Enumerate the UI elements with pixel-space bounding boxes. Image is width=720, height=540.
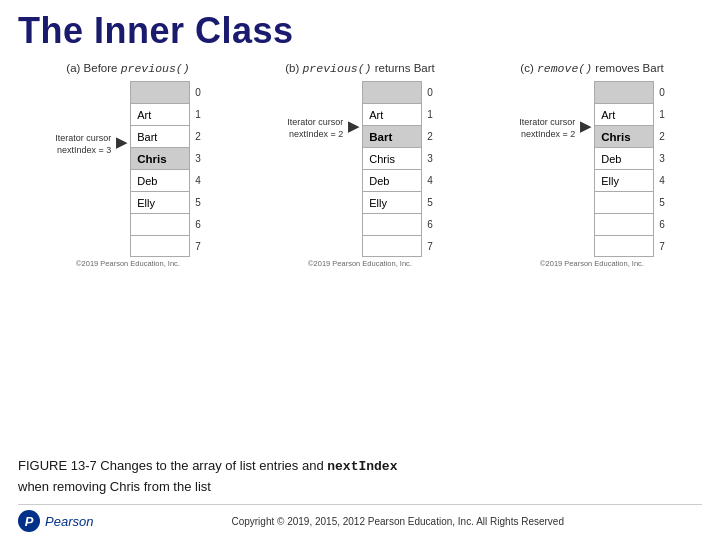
diagram-c-inner: Iterator cursor nextIndex = 2 ▶ Art Chri… xyxy=(482,81,702,257)
list-item: Deb xyxy=(362,169,422,191)
list-item: Art xyxy=(362,103,422,125)
diagram-b: (b) previous() returns Bart Iterator cur… xyxy=(250,62,470,268)
pearson-icon: P xyxy=(18,510,40,532)
pearson-logo: P Pearson xyxy=(18,510,93,532)
list-item xyxy=(130,81,190,103)
cursor-a-label: Iterator cursor nextIndex = 3 xyxy=(55,133,111,156)
list-item: Bart xyxy=(130,125,190,147)
diagram-a-inner: Iterator cursor nextIndex = 3 ▶ Art Bart… xyxy=(18,81,238,257)
list-item: Chris xyxy=(130,147,190,169)
figure-caption: FIGURE 13-7 Changes to the array of list… xyxy=(18,456,702,496)
list-b-table: Art Bart Chris Deb Elly 0 1 2 3 4 xyxy=(362,81,433,257)
page: The Inner Class (a) Before previous() It… xyxy=(0,0,720,540)
list-item: Bart xyxy=(362,125,422,147)
diagram-c-copyright: ©2019 Pearson Education, Inc. xyxy=(540,259,644,268)
list-item: Elly xyxy=(362,191,422,213)
copyright-text: Copyright © 2019, 2015, 2012 Pearson Edu… xyxy=(93,516,702,527)
list-item xyxy=(130,213,190,235)
list-item xyxy=(594,81,654,103)
cursor-a-arrow: ▶ xyxy=(116,81,128,151)
cursor-b-arrow: ▶ xyxy=(348,81,360,135)
list-item: Chris xyxy=(362,147,422,169)
list-item xyxy=(362,81,422,103)
diagram-c: (c) remove() removes Bart Iterator curso… xyxy=(482,62,702,268)
list-a-cells: Art Bart Chris Deb Elly xyxy=(130,81,190,257)
list-item: Elly xyxy=(130,191,190,213)
diagram-a-label: (a) Before previous() xyxy=(66,62,189,75)
cursor-c-arrow: ▶ xyxy=(580,81,592,135)
list-item: Art xyxy=(130,103,190,125)
list-item xyxy=(594,213,654,235)
page-title: The Inner Class xyxy=(18,10,702,52)
diagram-a: (a) Before previous() Iterator cursor ne… xyxy=(18,62,238,268)
diagrams-row: (a) Before previous() Iterator cursor ne… xyxy=(18,62,702,442)
list-item: Art xyxy=(594,103,654,125)
list-a-table: Art Bart Chris Deb Elly 0 1 2 3 4 xyxy=(130,81,201,257)
list-a-indices: 0 1 2 3 4 5 6 7 xyxy=(193,81,201,257)
footer: P Pearson Copyright © 2019, 2015, 2012 P… xyxy=(18,504,702,532)
diagram-c-label: (c) remove() removes Bart xyxy=(520,62,663,75)
diagram-a-copyright: ©2019 Pearson Education, Inc. xyxy=(76,259,180,268)
list-c-table: Art Chris Deb Elly 0 1 2 3 4 5 xyxy=(594,81,665,257)
cursor-b-label: Iterator cursor nextIndex = 2 xyxy=(287,117,343,140)
list-item xyxy=(362,235,422,257)
list-b-indices: 0 1 2 3 4 5 6 7 xyxy=(425,81,433,257)
list-c-indices: 0 1 2 3 4 5 6 7 xyxy=(657,81,665,257)
list-item xyxy=(130,235,190,257)
list-item: Deb xyxy=(130,169,190,191)
list-item xyxy=(362,213,422,235)
list-c-cells: Art Chris Deb Elly xyxy=(594,81,654,257)
list-item: Elly xyxy=(594,169,654,191)
list-item: Chris xyxy=(594,125,654,147)
list-item xyxy=(594,235,654,257)
diagram-b-label: (b) previous() returns Bart xyxy=(285,62,435,75)
cursor-c-label: Iterator cursor nextIndex = 2 xyxy=(519,117,575,140)
pearson-label: Pearson xyxy=(45,514,93,529)
list-b-cells: Art Bart Chris Deb Elly xyxy=(362,81,422,257)
list-item xyxy=(594,191,654,213)
diagram-b-inner: Iterator cursor nextIndex = 2 ▶ Art Bart… xyxy=(250,81,470,257)
list-item: Deb xyxy=(594,147,654,169)
diagram-b-copyright: ©2019 Pearson Education, Inc. xyxy=(308,259,412,268)
